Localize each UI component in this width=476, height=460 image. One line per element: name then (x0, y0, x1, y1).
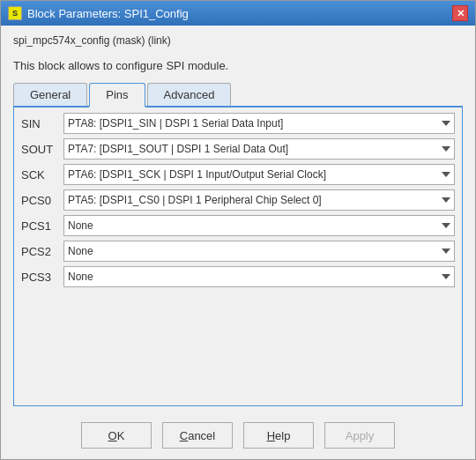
tab-pins[interactable]: Pins (89, 83, 145, 108)
param-row-pcs2: PCS2 None (21, 241, 455, 262)
description: This block allows to configure SPI modul… (13, 59, 463, 72)
param-row-sin: SIN PTA8: [DSPI1_SIN | DSPI 1 Serial Dat… (21, 113, 455, 134)
content-area: spi_mpc574x_config (mask) (link) This bl… (1, 26, 475, 413)
apply-label: Apply (346, 429, 375, 442)
window-icon: S (8, 6, 22, 20)
param-label-pcs1: PCS1 (21, 219, 63, 233)
tab-advanced[interactable]: Advanced (147, 83, 232, 106)
param-select-sck[interactable]: PTA6: [DSPI1_SCK | DSPI 1 Input/Output S… (63, 164, 455, 185)
cancel-button[interactable]: Cancel (162, 422, 233, 449)
param-row-pcs0: PCS0 PTA5: [DSPI1_CS0 | DSPI 1 Periphera… (21, 189, 455, 211)
tab-general[interactable]: General (13, 83, 87, 106)
param-row-sck: SCK PTA6: [DSPI1_SCK | DSPI 1 Input/Outp… (21, 164, 455, 185)
param-label-pcs0: PCS0 (21, 194, 63, 207)
param-select-sout[interactable]: PTA7: [DSPI1_SOUT | DSPI 1 Serial Data O… (63, 138, 455, 160)
param-select-sin[interactable]: PTA8: [DSPI1_SIN | DSPI 1 Serial Data In… (63, 113, 455, 134)
param-select-pcs3[interactable]: None (63, 266, 455, 287)
subtitle: spi_mpc574x_config (mask) (link) (13, 34, 463, 47)
param-row-pcs1: PCS1 None (21, 215, 455, 236)
title-bar: S Block Parameters: SPI1_Config ✕ (1, 1, 475, 26)
window-title: Block Parameters: SPI1_Config (27, 7, 189, 20)
tab-bar: General Pins Advanced (13, 83, 463, 108)
close-button[interactable]: ✕ (452, 5, 468, 21)
param-select-pcs1[interactable]: None (63, 215, 455, 236)
param-label-pcs3: PCS3 (21, 271, 63, 284)
param-label-pcs2: PCS2 (21, 245, 63, 258)
main-window: S Block Parameters: SPI1_Config ✕ spi_mp… (0, 0, 476, 460)
param-select-pcs2[interactable]: None (63, 241, 455, 262)
ok-button[interactable]: OK (81, 422, 152, 449)
param-label-sout: SOUT (21, 143, 63, 156)
param-label-sck: SCK (21, 168, 63, 182)
params-panel: SIN PTA8: [DSPI1_SIN | DSPI 1 Serial Dat… (13, 108, 463, 406)
param-row-pcs3: PCS3 None (21, 266, 455, 287)
param-label-sin: SIN (21, 117, 63, 130)
title-bar-left: S Block Parameters: SPI1_Config (8, 6, 189, 20)
footer-buttons: OK Cancel Help Apply (1, 413, 475, 459)
apply-button[interactable]: Apply (324, 422, 395, 449)
help-button[interactable]: Help (243, 422, 314, 449)
param-select-pcs0[interactable]: PTA5: [DSPI1_CS0 | DSPI 1 Peripheral Chi… (63, 189, 455, 211)
param-row-sout: SOUT PTA7: [DSPI1_SOUT | DSPI 1 Serial D… (21, 138, 455, 160)
